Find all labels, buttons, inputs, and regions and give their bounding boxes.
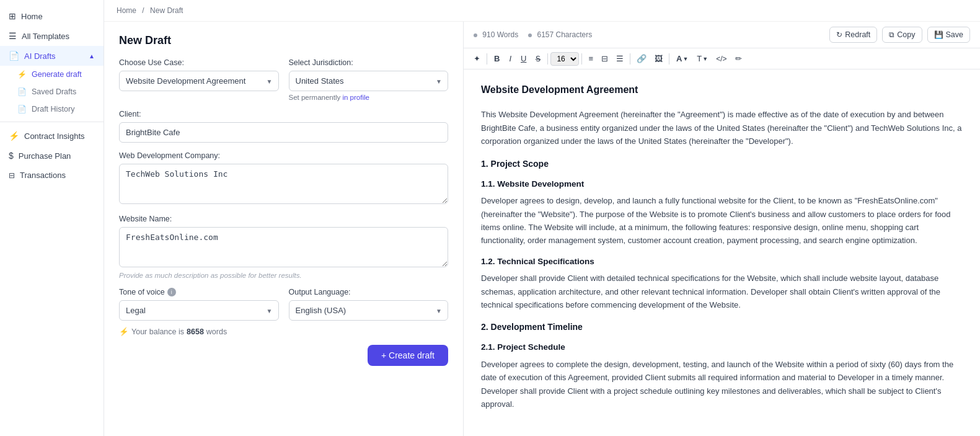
toolbar-text-format-btn[interactable]: T ▼	[693, 51, 712, 66]
purchase-plan-icon: $	[9, 151, 14, 161]
sidebar: ⊞ Home ☰ All Templates 📄 AI Drafts ▲ ⚡ G…	[0, 0, 104, 436]
toolbar-font-color-btn[interactable]: A ▼	[672, 51, 692, 66]
text-format-chevron-icon: ▼	[702, 56, 708, 62]
main-area: Home / New Draft New Draft Choose Use Ca…	[104, 0, 980, 436]
toolbar-highlight-btn[interactable]: ✏	[731, 51, 746, 66]
transactions-icon: ⊟	[9, 171, 15, 180]
website-name-group: Website Name: FreshEatsOnline.com Provid…	[119, 215, 448, 279]
section-2-1-heading: 2.1. Project Schedule	[481, 340, 963, 354]
website-name-input[interactable]: FreshEatsOnline.com	[119, 227, 448, 267]
content-area: New Draft Choose Use Case: Website Devel…	[104, 22, 980, 436]
bolt-icon: ⚡	[17, 70, 27, 79]
tone-info-icon: i	[167, 288, 176, 296]
sidebar-item-ai-drafts[interactable]: 📄 AI Drafts ▲	[0, 46, 104, 66]
breadcrumb-current: New Draft	[150, 6, 183, 15]
sidebar-item-transactions[interactable]: ⊟ Transactions	[0, 166, 104, 185]
redraft-button[interactable]: ↻ Redraft	[829, 27, 877, 43]
toolbar-code-btn[interactable]: </>	[712, 52, 730, 66]
web-company-input[interactable]: TechWeb Solutions Inc	[119, 164, 448, 204]
chevron-up-icon: ▲	[89, 53, 95, 60]
toolbar-font-size[interactable]: 16	[550, 52, 579, 66]
use-case-label: Choose Use Case:	[119, 58, 279, 67]
form-panel: New Draft Choose Use Case: Website Devel…	[104, 22, 464, 436]
toolbar-align-btn[interactable]: ☰	[612, 51, 627, 66]
section-1-1-heading: 1.1. Website Development	[481, 177, 963, 191]
output-lang-select[interactable]: English (USA)	[289, 300, 449, 321]
section-1-2-heading: 1.2. Technical Specifications	[481, 255, 963, 269]
sidebar-item-generate-draft[interactable]: ⚡ Generate draft	[0, 66, 104, 83]
tone-select[interactable]: Legal	[119, 300, 279, 321]
save-icon: 💾	[934, 30, 943, 39]
balance-bolt-icon: ⚡	[119, 327, 129, 336]
website-hint: Provide as much description as possible …	[119, 272, 448, 279]
balance-row: ⚡ Your balance is 8658 words	[119, 327, 448, 336]
output-lang-group: Output Language: English (USA) ▼	[289, 288, 449, 321]
toolbar-image-btn[interactable]: 🖼	[651, 51, 666, 66]
font-color-chevron-icon: ▼	[682, 56, 688, 62]
client-group: Client:	[119, 110, 448, 143]
draft-history-icon: 📄	[17, 105, 27, 113]
tone-group: Tone of voice i Legal ▼	[119, 288, 279, 321]
toolbar-link-btn[interactable]: 🔗	[633, 51, 650, 66]
all-templates-icon: ☰	[9, 31, 17, 41]
toolbar-underline-btn[interactable]: U	[516, 51, 531, 66]
section-2-heading: 2. Development Timeline	[481, 320, 963, 334]
toolbar-italic-btn[interactable]: I	[505, 51, 516, 66]
section-1-heading: 1. Project Scope	[481, 157, 963, 171]
toolbar-magic-btn[interactable]: ✦	[470, 51, 484, 66]
toolbar-strike-btn[interactable]: S̶	[531, 51, 545, 66]
tone-label: Tone of voice i	[119, 288, 279, 296]
document-title: Website Development Agreement	[481, 82, 963, 98]
editor-panel: 910 Words 6157 Characters ↻ Redraft ⧉ Co…	[464, 22, 980, 436]
ai-drafts-icon: 📄	[9, 51, 19, 61]
web-company-group: Web Development Company: TechWeb Solutio…	[119, 151, 448, 206]
use-case-group: Choose Use Case: Website Development Agr…	[119, 58, 279, 101]
sidebar-item-all-templates[interactable]: ☰ All Templates	[0, 26, 104, 46]
output-lang-label: Output Language:	[289, 288, 449, 296]
toolbar-ordered-btn[interactable]: ⊟	[598, 51, 612, 66]
jurisdiction-hint: Set permanently in profile	[289, 94, 449, 101]
use-case-select[interactable]: Website Development Agreement	[119, 71, 279, 91]
sidebar-item-purchase-plan[interactable]: $ Purchase Plan	[0, 146, 104, 166]
char-count: 6157 Characters	[528, 30, 592, 39]
breadcrumb: Home / New Draft	[104, 0, 980, 22]
editor-content[interactable]: Website Development Agreement This Websi…	[464, 69, 980, 436]
sidebar-item-home[interactable]: ⊞ Home	[0, 6, 104, 26]
editor-topbar: 910 Words 6157 Characters ↻ Redraft ⧉ Co…	[464, 22, 980, 48]
create-draft-button[interactable]: + Create draft	[368, 345, 448, 366]
breadcrumb-separator: /	[142, 6, 144, 15]
editor-stats: 910 Words 6157 Characters	[474, 30, 592, 39]
website-name-label: Website Name:	[119, 215, 448, 223]
client-label: Client:	[119, 110, 448, 118]
section-1-2-text: Developer shall provide Client with deta…	[481, 272, 963, 311]
copy-icon: ⧉	[889, 30, 894, 39]
intro-paragraph: This Website Development Agreement (here…	[481, 108, 963, 148]
client-input[interactable]	[119, 122, 448, 143]
jurisdiction-profile-link[interactable]: in profile	[342, 94, 369, 101]
sidebar-item-saved-drafts[interactable]: 📄 Saved Drafts	[0, 83, 104, 100]
section-1-1-text: Developer agrees to design, develop, and…	[481, 194, 963, 247]
editor-toolbar: ✦ B I U S̶ 16 ≡ ⊟ ☰ 🔗 🖼 A	[464, 48, 980, 69]
contract-insights-icon: ⚡	[9, 131, 19, 141]
home-icon: ⊞	[9, 11, 16, 21]
breadcrumb-home[interactable]: Home	[117, 6, 136, 15]
page-title: New Draft	[119, 34, 448, 47]
web-company-label: Web Development Company:	[119, 151, 448, 160]
toolbar-bullet-btn[interactable]: ≡	[585, 51, 597, 66]
save-button[interactable]: 💾 Save	[927, 27, 971, 43]
copy-button[interactable]: ⧉ Copy	[882, 27, 922, 43]
editor-actions: ↻ Redraft ⧉ Copy 💾 Save	[829, 27, 970, 43]
jurisdiction-group: Select Jurisdiction: United States ▼ Set…	[289, 58, 449, 101]
toolbar-bold-btn[interactable]: B	[490, 51, 504, 66]
section-2-1-text: Developer agrees to complete the design,…	[481, 358, 963, 411]
redraft-icon: ↻	[836, 30, 842, 39]
jurisdiction-select[interactable]: United States	[289, 71, 449, 91]
sidebar-item-draft-history[interactable]: 📄 Draft History	[0, 100, 104, 118]
word-count: 910 Words	[474, 30, 518, 39]
sidebar-item-contract-insights[interactable]: ⚡ Contract Insights	[0, 126, 104, 146]
saved-drafts-icon: 📄	[17, 87, 27, 96]
jurisdiction-label: Select Jurisdiction:	[289, 58, 449, 67]
